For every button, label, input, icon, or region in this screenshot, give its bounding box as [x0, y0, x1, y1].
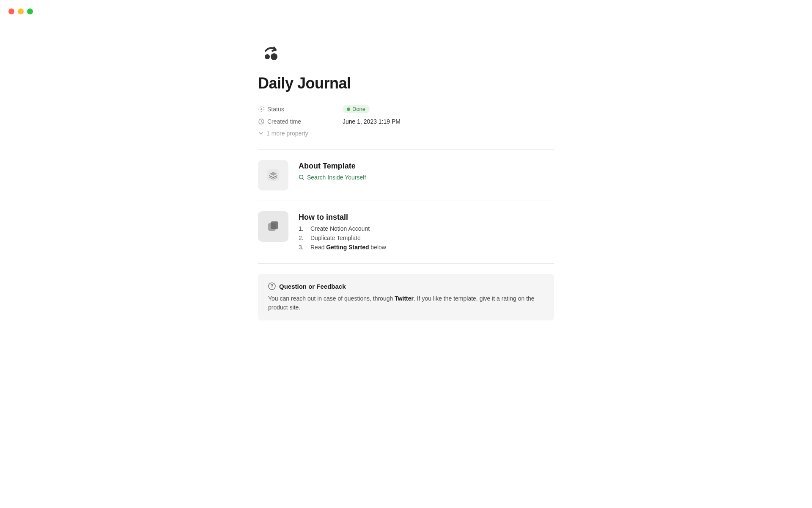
about-link[interactable]: Search Inside Yourself [299, 174, 554, 181]
feedback-title: Question or Feedback [279, 283, 346, 290]
more-properties-row[interactable]: 1 more property [258, 127, 554, 139]
close-button[interactable] [8, 8, 14, 14]
question-icon [268, 282, 276, 290]
svg-point-10 [272, 287, 272, 288]
feedback-text: You can reach out in case of questions, … [268, 294, 544, 312]
properties-section: Status Done Created time Ju [258, 102, 554, 139]
status-badge: Done [343, 105, 370, 113]
main-content: Daily Journal Status Done [0, 0, 812, 346]
svg-rect-8 [271, 221, 278, 229]
status-icon [258, 106, 265, 113]
status-dot [347, 108, 350, 111]
created-time-label: Created time [258, 118, 317, 125]
svg-point-3 [261, 108, 262, 110]
install-list: 1. Create Notion Account 2. Duplicate Te… [299, 225, 554, 251]
maximize-button[interactable] [27, 8, 33, 14]
page-container: Daily Journal Status Done [258, 42, 554, 320]
created-time-value: June 1, 2023 1:19 PM [343, 118, 401, 125]
status-value: Done [343, 105, 370, 113]
divider-2 [258, 201, 554, 201]
install-icon [266, 219, 281, 234]
install-content: How to install 1. Create Notion Account … [299, 211, 554, 253]
install-step-2-text: Duplicate Template [310, 235, 361, 241]
status-label: Status [258, 106, 317, 113]
about-section: About Template Search Inside Yourself [258, 160, 554, 190]
divider-3 [258, 263, 554, 264]
search-icon [299, 174, 304, 180]
svg-point-1 [271, 53, 277, 60]
minimize-button[interactable] [18, 8, 24, 14]
install-step-2: 2. Duplicate Template [299, 235, 554, 241]
layers-icon [266, 168, 281, 183]
page-icon [258, 42, 283, 68]
about-title: About Template [299, 162, 554, 171]
status-property-row: Status Done [258, 102, 554, 116]
install-section: How to install 1. Create Notion Account … [258, 211, 554, 253]
window-controls [8, 8, 33, 14]
divider-1 [258, 149, 554, 150]
install-step-1-text: Create Notion Account [310, 225, 370, 232]
install-thumbnail [258, 211, 288, 242]
chevron-down-icon [258, 130, 264, 136]
about-thumbnail [258, 160, 288, 190]
clock-icon [258, 118, 265, 125]
install-step-3: 3. Read Getting Started below [299, 244, 554, 251]
feedback-box: Question or Feedback You can reach out i… [258, 274, 554, 320]
feedback-header: Question or Feedback [268, 282, 544, 290]
svg-point-0 [265, 54, 270, 59]
install-title: How to install [299, 213, 554, 222]
install-step-3-text: Read Getting Started below [310, 244, 386, 251]
page-title: Daily Journal [258, 75, 554, 92]
created-time-property-row: Created time June 1, 2023 1:19 PM [258, 116, 554, 127]
about-content: About Template Search Inside Yourself [299, 160, 554, 181]
install-step-1: 1. Create Notion Account [299, 225, 554, 232]
